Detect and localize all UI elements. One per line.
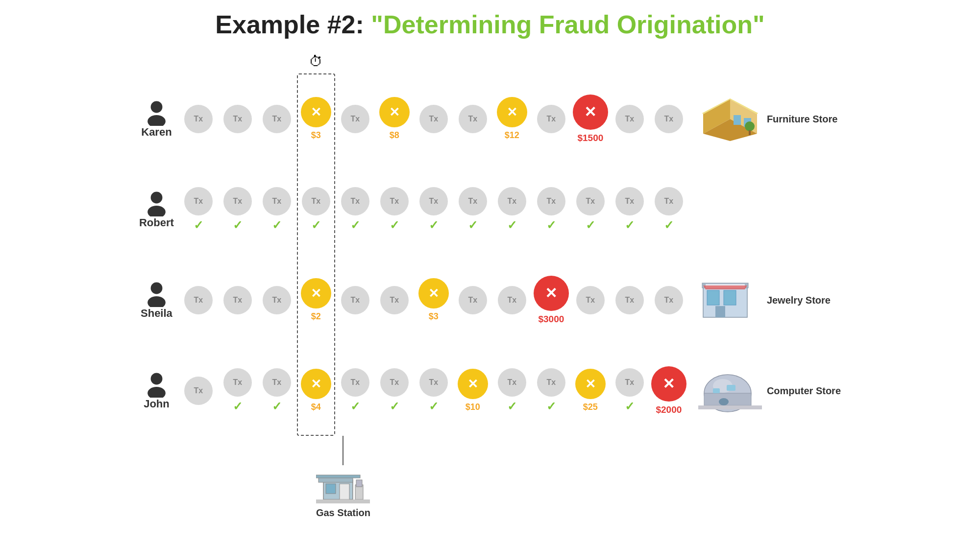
title-highlight: "Determining Fraud Origination" xyxy=(371,10,764,39)
tx-circle: Tx xyxy=(419,105,448,133)
svg-rect-19 xyxy=(734,115,741,125)
svg-point-4 xyxy=(151,283,163,294)
svg-rect-23 xyxy=(749,130,751,135)
person-row-john: John xyxy=(139,345,174,436)
tx-cell-robert-9: Tx✓ xyxy=(532,164,571,255)
tx-cell-john-0: Tx xyxy=(179,345,218,436)
svg-rect-9 xyxy=(326,484,336,494)
svg-rect-26 xyxy=(707,290,719,305)
tx-circle: Tx xyxy=(615,105,644,133)
tx-circle: Tx xyxy=(655,105,683,133)
furniture-store-name: Furniture Store xyxy=(767,113,837,125)
tx-cell-john-9: Tx✓ xyxy=(532,345,571,436)
tx-cell-john-3: ✕$4 xyxy=(296,345,336,436)
tx-cell-karen-10: ✕$1500 xyxy=(571,73,610,164)
transactions-area: ⏱ Tx Tx Tx ✕$3 T xyxy=(179,49,688,519)
tx-cell-sheila-12: Tx xyxy=(649,255,688,345)
tx-row-sheila: Tx Tx Tx ✕$2 Tx Tx ✕$3 Tx Tx ✕$3000 Tx xyxy=(179,255,688,345)
tx-cell-karen-8: ✕$12 xyxy=(492,73,532,164)
person-name-sheila: Sheila xyxy=(141,307,172,320)
tx-cell-john-7: ✕$10 xyxy=(453,345,492,436)
person-name-john: John xyxy=(144,398,170,410)
tx-cell-karen-3: ✕$3 xyxy=(296,73,336,164)
stores-column: Furniture Store xyxy=(698,49,841,436)
tx-cell-john-5: Tx✓ xyxy=(375,345,414,436)
svg-rect-15 xyxy=(316,475,360,478)
svg-point-6 xyxy=(151,373,163,385)
furniture-store-icon xyxy=(698,95,762,143)
person-name-karen: Karen xyxy=(141,126,172,139)
page-title: Example #2: "Determining Fraud Originati… xyxy=(215,10,764,39)
tx-circle-fraud: ✕ xyxy=(497,97,527,127)
tx-cell-john-10: ✕$25 xyxy=(571,345,610,436)
tx-cell-karen-6: Tx xyxy=(414,73,453,164)
tx-cell-sheila-2: Tx xyxy=(257,255,296,345)
tx-cell-karen-11: Tx xyxy=(610,73,649,164)
tx-cell-robert-11: Tx✓ xyxy=(610,164,649,255)
svg-rect-27 xyxy=(724,290,736,305)
svg-rect-37 xyxy=(698,405,762,409)
svg-point-3 xyxy=(147,206,166,216)
tx-circle: Tx xyxy=(263,105,291,133)
tx-cell-robert-8: Tx✓ xyxy=(492,164,532,255)
grid-wrapper: Karen Robert Sheila xyxy=(139,49,841,519)
tx-cell-karen-5: ✕$8 xyxy=(375,73,414,164)
svg-marker-30 xyxy=(703,285,747,289)
tx-cell-robert-6: Tx✓ xyxy=(414,164,453,255)
main-area: Karen Robert Sheila xyxy=(0,44,980,519)
tx-cell-sheila-4: Tx xyxy=(336,255,375,345)
svg-point-1 xyxy=(147,115,166,126)
svg-point-5 xyxy=(147,296,166,307)
computer-store-icon xyxy=(698,366,762,415)
svg-point-7 xyxy=(147,387,166,398)
person-icon-john xyxy=(143,371,170,398)
tx-cell-karen-2: Tx xyxy=(257,73,296,164)
tx-cell-sheila-8: Tx xyxy=(492,255,532,345)
tx-circle-fraud-large: ✕ xyxy=(573,95,608,130)
title-prefix: Example #2: xyxy=(215,10,364,39)
tx-circle: Tx xyxy=(184,105,213,133)
tx-cell-john-2: Tx✓ xyxy=(257,345,296,436)
tx-cell-sheila-6: ✕$3 xyxy=(414,255,453,345)
tx-cell-robert-4: Tx✓ xyxy=(336,164,375,255)
rows-container: Tx Tx Tx ✕$3 Tx ✕$8 Tx Tx ✕$12 Tx xyxy=(179,73,688,436)
tx-cell-robert-0: Tx✓ xyxy=(179,164,218,255)
tx-cell-sheila-11: Tx xyxy=(610,255,649,345)
tx-cell-robert-3: Tx✓ xyxy=(296,164,336,255)
tx-cell-sheila-10: Tx xyxy=(571,255,610,345)
clock-header: ⏱ xyxy=(179,49,688,73)
people-column: Karen Robert Sheila xyxy=(139,49,174,436)
tx-cell-robert-12: Tx✓ xyxy=(649,164,688,255)
person-row-sheila: Sheila xyxy=(139,255,174,345)
person-row-karen: Karen xyxy=(139,73,174,164)
svg-point-22 xyxy=(745,121,755,131)
store-row-computer: Computer Store xyxy=(698,345,841,436)
gas-station-icon xyxy=(316,465,370,504)
gas-station-line xyxy=(343,436,343,465)
tx-circle: Tx xyxy=(459,105,487,133)
tx-cell-john-8: Tx✓ xyxy=(492,345,532,436)
tx-cell-john-12: ✕$2000 xyxy=(649,345,688,436)
person-row-robert: Robert xyxy=(139,164,174,255)
tx-cell-john-11: Tx✓ xyxy=(610,345,649,436)
tx-cell-robert-7: Tx✓ xyxy=(453,164,492,255)
person-icon-robert xyxy=(143,190,170,216)
svg-rect-28 xyxy=(715,306,725,317)
svg-rect-36 xyxy=(727,385,735,391)
tx-cell-john-6: Tx✓ xyxy=(414,345,453,436)
tx-cell-john-1: Tx✓ xyxy=(218,345,257,436)
tx-cell-sheila-7: Tx xyxy=(453,255,492,345)
tx-cell-sheila-5: Tx xyxy=(375,255,414,345)
person-name-robert: Robert xyxy=(139,216,174,229)
store-row-jewelry: Jewelry Store xyxy=(698,255,841,345)
svg-rect-35 xyxy=(713,388,720,393)
tx-cell-robert-1: Tx✓ xyxy=(218,164,257,255)
tx-cell-karen-0: Tx xyxy=(179,73,218,164)
svg-rect-34 xyxy=(719,398,729,405)
page-container: Example #2: "Determining Fraud Originati… xyxy=(0,0,980,546)
tx-row-robert: Tx✓ Tx✓ Tx✓ Tx✓ Tx✓ Tx✓ Tx✓ Tx✓ Tx✓ Tx✓ … xyxy=(179,164,688,255)
tx-circle: Tx xyxy=(537,105,565,133)
tx-cell-karen-4: Tx xyxy=(336,73,375,164)
computer-store-name: Computer Store xyxy=(767,384,841,397)
person-icon-karen xyxy=(143,99,170,126)
